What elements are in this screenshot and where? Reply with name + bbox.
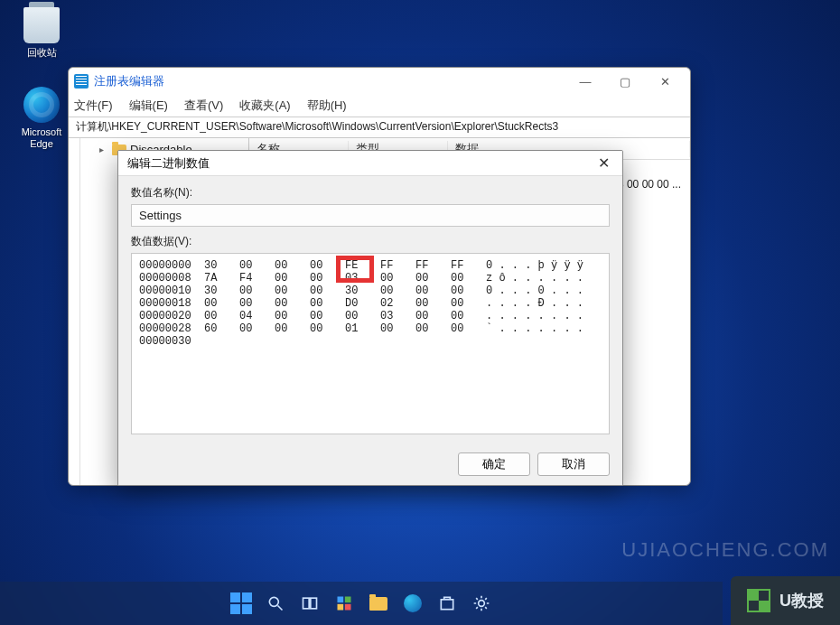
recycle-bin-desktop-icon[interactable]: 回收站 <box>13 7 70 59</box>
dialog-button-row: 确定 取消 <box>118 443 622 485</box>
hex-byte[interactable]: 00 <box>310 259 345 272</box>
hex-bytes[interactable]: 0004000000030000 <box>204 310 486 322</box>
hex-byte[interactable] <box>275 335 310 348</box>
hex-byte[interactable]: 00 <box>451 285 486 297</box>
hex-byte[interactable]: FF <box>380 259 415 272</box>
hex-byte[interactable]: 00 <box>275 259 310 272</box>
hex-byte[interactable]: 00 <box>451 297 486 310</box>
registry-address-bar[interactable]: 计算机\HKEY_CURRENT_USER\Software\Microsoft… <box>69 117 690 138</box>
taskbar-explorer-button[interactable] <box>367 592 390 615</box>
hex-byte[interactable]: 02 <box>380 297 415 310</box>
edge-desktop-icon[interactable]: Microsoft Edge <box>13 87 70 150</box>
hex-byte[interactable] <box>380 335 415 348</box>
hex-bytes[interactable]: 6000000001000000 <box>204 322 486 335</box>
edge-label: Microsoft Edge <box>13 126 70 150</box>
hex-byte[interactable]: 03 <box>345 272 380 285</box>
menu-file[interactable]: 文件(F) <box>74 98 113 114</box>
hex-row[interactable]: 000000200004000000030000. . . . . . . . <box>139 310 602 322</box>
hex-byte[interactable]: 30 <box>204 259 239 272</box>
hex-byte[interactable]: 00 <box>380 285 415 297</box>
hex-row[interactable]: 00000030 <box>139 335 602 348</box>
hex-byte[interactable] <box>415 335 451 348</box>
hex-byte[interactable]: 00 <box>310 322 345 335</box>
hex-byte[interactable]: 00 <box>451 322 486 335</box>
hex-byte[interactable]: 00 <box>204 310 239 322</box>
cancel-button[interactable]: 取消 <box>537 452 610 476</box>
taskbar-edge-button[interactable] <box>401 592 425 615</box>
hex-row[interactable]: 0000000030000000FEFFFFFF0 . . . þ ÿ ÿ ÿ <box>139 259 602 272</box>
hex-row[interactable]: 0000001800000000D0020000. . . . Ð . . . <box>139 297 602 310</box>
hex-row[interactable]: 0000001030000000300000000 . . . 0 . . . <box>139 285 602 297</box>
hex-byte[interactable]: 00 <box>415 310 451 322</box>
menu-edit[interactable]: 编辑(E) <box>129 98 168 114</box>
hex-bytes[interactable] <box>204 335 486 348</box>
hex-byte[interactable]: 00 <box>275 272 310 285</box>
hex-byte[interactable]: 03 <box>380 310 415 322</box>
hex-byte[interactable]: 00 <box>380 272 415 285</box>
hex-row[interactable]: 000000286000000001000000` . . . . . . . <box>139 322 602 335</box>
taskbar-widgets-button[interactable] <box>332 592 356 615</box>
hex-byte[interactable]: 01 <box>345 322 380 335</box>
dialog-titlebar[interactable]: 编辑二进制数值 ✕ <box>118 151 622 176</box>
hex-byte[interactable]: 30 <box>345 285 380 297</box>
taskbar-store-button[interactable] <box>435 592 459 615</box>
hex-row[interactable]: 000000087AF4000003000000z ô . . . . . . <box>139 272 602 285</box>
hex-byte[interactable]: 00 <box>345 310 380 322</box>
hex-editor[interactable]: 0000000030000000FEFFFFFF0 . . . þ ÿ ÿ ÿ0… <box>131 253 610 434</box>
hex-bytes[interactable]: 30000000FEFFFFFF <box>204 259 486 272</box>
hex-byte[interactable]: 00 <box>415 297 451 310</box>
hex-bytes[interactable]: 00000000D0020000 <box>204 297 486 310</box>
hex-byte[interactable]: FF <box>451 259 486 272</box>
maximize-button[interactable]: ▢ <box>605 69 645 94</box>
minimize-button[interactable]: — <box>565 69 605 94</box>
hex-byte[interactable]: 00 <box>239 259 275 272</box>
menu-favorites[interactable]: 收藏夹(A) <box>239 98 290 114</box>
hex-byte[interactable]: 00 <box>415 285 451 297</box>
taskbar-taskview-button[interactable] <box>298 592 322 615</box>
taskbar-search-button[interactable] <box>264 592 287 615</box>
taskbar-settings-button[interactable] <box>470 592 493 615</box>
hex-byte[interactable]: FF <box>415 259 451 272</box>
hex-byte[interactable]: 00 <box>239 297 275 310</box>
hex-byte[interactable] <box>451 335 486 348</box>
hex-byte[interactable]: 00 <box>310 297 345 310</box>
hex-byte[interactable] <box>204 335 239 348</box>
hex-byte[interactable]: 00 <box>451 272 486 285</box>
hex-bytes[interactable]: 3000000030000000 <box>204 285 486 297</box>
taskbar-start-button[interactable] <box>229 592 253 615</box>
hex-offset: 00000010 <box>139 285 204 297</box>
hex-byte[interactable]: 00 <box>451 310 486 322</box>
close-window-button[interactable]: ✕ <box>645 69 685 94</box>
hex-bytes[interactable]: 7AF4000003000000 <box>204 272 486 285</box>
hex-byte[interactable]: 00 <box>310 285 345 297</box>
hex-byte[interactable]: 00 <box>239 285 275 297</box>
hex-byte[interactable]: 00 <box>204 297 239 310</box>
brand-badge: U教授 <box>731 576 840 625</box>
hex-byte[interactable]: 00 <box>310 310 345 322</box>
hex-byte[interactable]: 00 <box>275 285 310 297</box>
hex-byte[interactable]: FE <box>345 259 380 272</box>
value-name-field[interactable]: Settings <box>131 204 610 227</box>
hex-byte[interactable]: D0 <box>345 297 380 310</box>
hex-byte[interactable]: 00 <box>275 322 310 335</box>
menu-help[interactable]: 帮助(H) <box>307 98 347 114</box>
hex-byte[interactable]: 00 <box>310 272 345 285</box>
dialog-close-button[interactable]: ✕ <box>594 154 613 172</box>
hex-byte[interactable]: 00 <box>415 272 451 285</box>
hex-byte[interactable]: 00 <box>380 322 415 335</box>
hex-byte[interactable] <box>310 335 345 348</box>
hex-byte[interactable]: F4 <box>239 272 275 285</box>
hex-byte[interactable]: 00 <box>275 310 310 322</box>
registry-titlebar[interactable]: 注册表编辑器 — ▢ ✕ <box>69 68 690 95</box>
menu-view[interactable]: 查看(V) <box>184 98 223 114</box>
hex-byte[interactable]: 60 <box>204 322 239 335</box>
hex-byte[interactable]: 00 <box>239 322 275 335</box>
hex-byte[interactable]: 7A <box>204 272 239 285</box>
hex-byte[interactable]: 00 <box>415 322 451 335</box>
hex-byte[interactable] <box>345 335 380 348</box>
hex-byte[interactable]: 04 <box>239 310 275 322</box>
hex-byte[interactable] <box>239 335 275 348</box>
hex-byte[interactable]: 00 <box>275 297 310 310</box>
ok-button[interactable]: 确定 <box>458 452 530 476</box>
hex-byte[interactable]: 30 <box>204 285 239 297</box>
